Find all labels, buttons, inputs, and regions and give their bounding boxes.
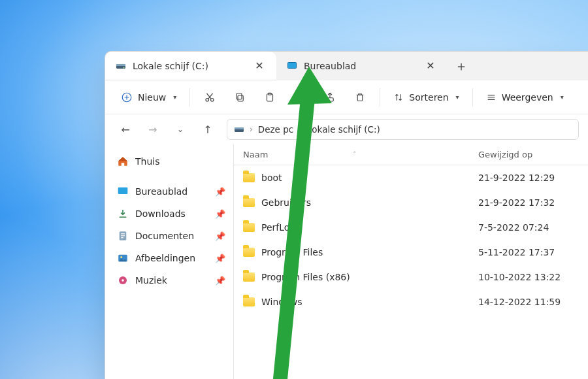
file-name: boot	[261, 173, 282, 183]
column-header[interactable]: Naam ˄ Gewijzigd op	[234, 144, 588, 165]
pin-icon: 📌	[215, 231, 225, 241]
svg-rect-22	[121, 235, 125, 236]
pin-icon: 📌	[215, 276, 225, 286]
drive-icon	[116, 61, 126, 71]
pin-icon: 📌	[215, 254, 225, 263]
pin-icon: 📌	[215, 187, 225, 197]
svg-point-9	[211, 98, 214, 101]
sidebar-item-desktop[interactable]: Bureaublad 📌	[113, 181, 229, 202]
sort-label: Sorteren	[409, 92, 448, 103]
file-name: Gebruikers	[261, 197, 311, 208]
address-bar-row: ← → ⌄ ↑ › Deze pc › Lokale schijf (C:)	[105, 114, 588, 144]
svg-rect-3	[288, 63, 297, 69]
col-modified-label: Gewijzigd op	[478, 150, 532, 159]
toolbar: Nieuw ▾ Sorteren ▾ Weergeven ▾	[105, 80, 588, 114]
tab-bar: Lokale schijf (C:) ✕ Bureaublad ✕ ＋	[105, 52, 588, 80]
folder-icon	[243, 223, 255, 232]
folder-icon	[243, 173, 255, 182]
sort-asc-icon: ˄	[353, 151, 356, 158]
new-button[interactable]: Nieuw ▾	[114, 86, 183, 109]
view-label: Weergeven	[502, 92, 553, 103]
breadcrumb-seg[interactable]: Deze pc	[258, 124, 293, 135]
delete-button[interactable]	[347, 86, 373, 109]
col-name-label: Naam	[243, 150, 268, 159]
file-name: Program Files (x86)	[261, 272, 350, 282]
sidebar-item-label: Documenten	[135, 231, 194, 241]
document-icon	[117, 230, 129, 242]
svg-rect-23	[121, 237, 123, 238]
file-modified: 21-9-2022 12:29	[469, 173, 588, 183]
pin-icon: 📌	[215, 209, 225, 219]
view-button[interactable]: Weergeven ▾	[480, 86, 570, 109]
desktop-icon	[117, 186, 129, 197]
new-label: Nieuw	[138, 92, 166, 103]
copy-button[interactable]	[227, 86, 253, 109]
close-icon[interactable]: ✕	[423, 58, 438, 74]
sort-button[interactable]: Sorteren ▾	[387, 86, 465, 109]
chevron-right-icon: ›	[250, 125, 253, 134]
folder-icon	[243, 198, 255, 207]
svg-rect-14	[296, 95, 302, 100]
rename-button[interactable]	[287, 86, 313, 109]
file-name: Windows	[261, 297, 302, 307]
download-icon	[117, 208, 129, 220]
folder-icon	[243, 272, 255, 282]
paste-button[interactable]	[257, 86, 283, 109]
svg-point-2	[123, 67, 125, 69]
tab-label: Lokale schijf (C:)	[133, 61, 219, 71]
sidebar-item-label: Afbeeldingen	[135, 253, 195, 263]
table-row[interactable]: PerfLogs7-5-2022 07:24	[234, 215, 588, 240]
sidebar-item-label: Muziek	[135, 275, 167, 286]
file-modified: 14-12-2022 11:59	[469, 297, 588, 307]
table-row[interactable]: Windows14-12-2022 11:59	[234, 289, 588, 314]
sidebar-item-pictures[interactable]: Afbeeldingen 📌	[113, 248, 229, 269]
svg-rect-15	[327, 97, 334, 101]
nav-up-button[interactable]: ↑	[197, 118, 219, 140]
svg-rect-16	[358, 95, 363, 101]
svg-rect-1	[116, 64, 125, 66]
table-row[interactable]: Program Files5-11-2022 17:37	[234, 240, 588, 265]
table-row[interactable]: Gebruikers21-9-2022 17:32	[234, 190, 588, 215]
tab-local-disk[interactable]: Lokale schijf (C:) ✕	[105, 52, 276, 80]
sidebar-item-label: Thuis	[135, 156, 159, 167]
breadcrumb-seg[interactable]: Lokale schijf (C:)	[307, 124, 380, 135]
sidebar-item-documents[interactable]: Documenten 📌	[113, 225, 229, 246]
music-icon	[117, 274, 129, 286]
close-icon[interactable]: ✕	[252, 58, 267, 74]
explorer-window: Lokale schijf (C:) ✕ Bureaublad ✕ ＋ Nieu…	[105, 51, 588, 379]
file-modified: 5-11-2022 17:37	[469, 247, 588, 257]
cut-button[interactable]	[197, 86, 223, 109]
svg-rect-19	[118, 188, 128, 194]
sidebar-item-music[interactable]: Muziek 📌	[113, 270, 229, 291]
sidebar-item-label: Downloads	[135, 208, 186, 219]
drive-icon	[234, 124, 244, 135]
svg-point-27	[122, 279, 124, 282]
home-icon	[117, 156, 129, 167]
svg-rect-11	[237, 93, 242, 99]
table-row[interactable]: Program Files (x86)10-10-2022 13:22	[234, 265, 588, 289]
file-modified: 7-5-2022 07:24	[469, 222, 588, 233]
new-tab-button[interactable]: ＋	[448, 58, 475, 75]
nav-forward-button: →	[142, 118, 164, 140]
tab-desktop[interactable]: Bureaublad ✕	[276, 52, 448, 80]
folder-icon	[243, 248, 255, 257]
table-row[interactable]: boot21-9-2022 12:29	[234, 165, 588, 190]
chevron-right-icon: ›	[299, 125, 302, 134]
content-pane: Naam ˄ Gewijzigd op boot21-9-2022 12:29G…	[233, 144, 588, 379]
file-list: boot21-9-2022 12:29Gebruikers21-9-2022 1…	[234, 165, 588, 379]
svg-rect-10	[238, 95, 243, 101]
file-name: Program Files	[261, 247, 323, 257]
nav-recent-button[interactable]: ⌄	[169, 118, 191, 140]
desktop-icon	[287, 61, 297, 71]
sidebar-item-downloads[interactable]: Downloads 📌	[113, 203, 229, 224]
folder-icon	[243, 297, 255, 306]
share-button[interactable]	[317, 86, 343, 109]
nav-back-button[interactable]: ←	[114, 118, 137, 140]
svg-point-8	[206, 98, 209, 101]
tab-label: Bureaublad	[304, 61, 390, 71]
breadcrumb[interactable]: › Deze pc › Lokale schijf (C:)	[227, 119, 579, 140]
sidebar: Thuis Bureaublad 📌 Downloads 📌 Documente…	[105, 144, 233, 379]
svg-point-25	[120, 256, 122, 258]
svg-rect-21	[121, 233, 125, 234]
sidebar-item-home[interactable]: Thuis	[113, 151, 229, 172]
